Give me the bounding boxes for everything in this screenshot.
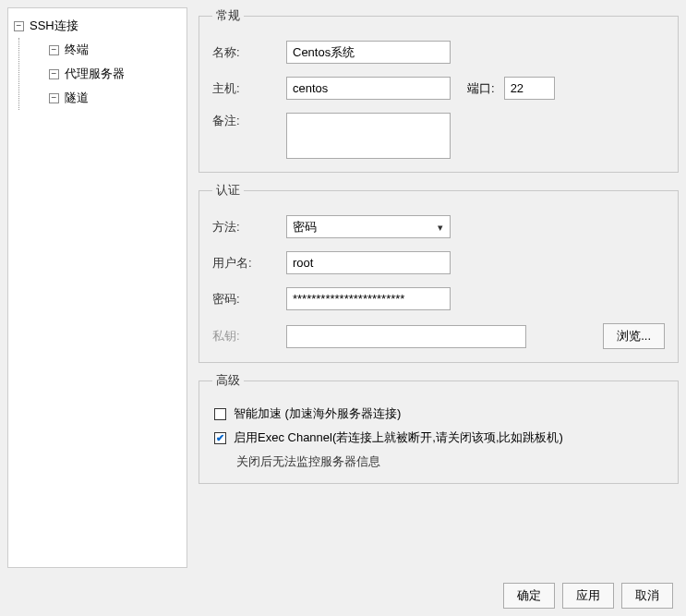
cancel-button[interactable]: 取消 [621, 583, 673, 609]
collapse-icon[interactable]: − [14, 21, 24, 31]
checkbox-checked-icon[interactable]: ✔ [214, 432, 226, 444]
settings-panel: 常规 名称: 主机: 端口: 备注: 认证 方法: [199, 7, 679, 568]
remark-input[interactable] [286, 113, 451, 159]
pass-input[interactable] [286, 287, 451, 310]
pass-label: 密码: [212, 291, 286, 308]
accel-row[interactable]: 智能加速 (加速海外服务器连接) [212, 405, 665, 422]
ok-button[interactable]: 确定 [503, 583, 555, 609]
tree-item-label: 代理服务器 [65, 66, 125, 82]
nav-tree: − SSH连接 − 终端 − 代理服务器 − 隧道 [7, 7, 187, 568]
general-group: 常规 名称: 主机: 端口: 备注: [199, 7, 679, 173]
name-label: 名称: [212, 44, 286, 61]
tree-item-terminal[interactable]: − 终端 [29, 38, 183, 62]
collapse-icon[interactable]: − [49, 69, 59, 79]
port-label: 端口: [467, 80, 495, 97]
advanced-legend: 高级 [212, 372, 244, 389]
exec-label: 启用Exec Channel(若连接上就被断开,请关闭该项,比如跳板机) [234, 429, 563, 446]
tree-item-label: 隧道 [65, 90, 89, 106]
general-legend: 常规 [212, 7, 244, 24]
method-label: 方法: [212, 219, 286, 236]
collapse-icon[interactable]: − [49, 45, 59, 55]
collapse-icon[interactable]: − [49, 93, 59, 103]
exec-row[interactable]: ✔ 启用Exec Channel(若连接上就被断开,请关闭该项,比如跳板机) [212, 429, 665, 446]
accel-label: 智能加速 (加速海外服务器连接) [234, 405, 401, 422]
tree-item-proxy[interactable]: − 代理服务器 [29, 62, 183, 86]
method-select[interactable]: 密码 [286, 215, 451, 238]
remark-label: 备注: [212, 113, 286, 129]
tree-item-tunnel[interactable]: − 隧道 [29, 86, 183, 110]
checkbox-unchecked-icon[interactable] [214, 408, 226, 420]
host-label: 主机: [212, 80, 286, 97]
port-input[interactable] [504, 77, 555, 100]
host-input[interactable] [286, 77, 451, 100]
key-label: 私钥: [212, 328, 286, 344]
browse-button[interactable]: 浏览... [603, 323, 665, 349]
tree-root-label: SSH连接 [30, 18, 78, 34]
auth-legend: 认证 [212, 182, 244, 199]
key-input[interactable] [286, 325, 526, 348]
user-input[interactable] [286, 251, 451, 274]
name-input[interactable] [286, 41, 451, 64]
dialog-buttons: 确定 应用 取消 [0, 575, 686, 616]
advanced-group: 高级 智能加速 (加速海外服务器连接) ✔ 启用Exec Channel(若连接… [199, 372, 679, 484]
auth-group: 认证 方法: 密码 用户名: 密码: 私钥: 浏览... [199, 182, 679, 363]
user-label: 用户名: [212, 255, 286, 272]
exec-note: 关闭后无法监控服务器信息 [212, 453, 665, 470]
apply-button[interactable]: 应用 [562, 583, 614, 609]
tree-item-label: 终端 [65, 42, 89, 58]
tree-root-ssh[interactable]: − SSH连接 [12, 14, 183, 38]
